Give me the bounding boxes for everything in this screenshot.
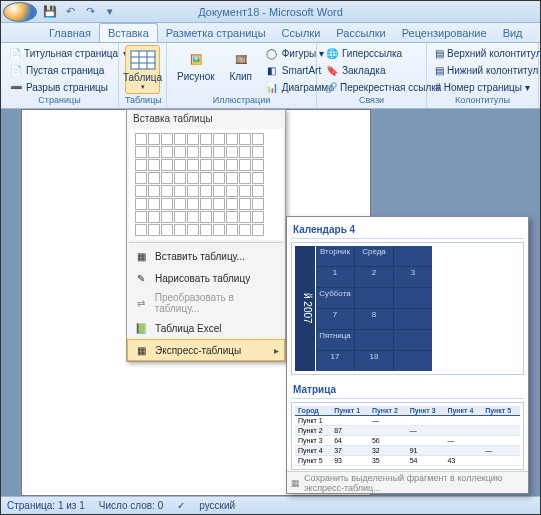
grid-cell[interactable] (148, 185, 160, 197)
grid-cell[interactable] (174, 185, 186, 197)
table-size-grid[interactable] (129, 129, 283, 240)
tab-page-layout[interactable]: Разметка страницы (158, 24, 274, 42)
grid-cell[interactable] (161, 172, 173, 184)
grid-cell[interactable] (239, 211, 251, 223)
grid-cell[interactable] (187, 172, 199, 184)
grid-cell[interactable] (239, 146, 251, 158)
grid-cell[interactable] (252, 198, 264, 210)
tab-references[interactable]: Ссылки (274, 24, 329, 42)
grid-cell[interactable] (252, 185, 264, 197)
header-button[interactable]: ▤Верхний колонтитул▾ (433, 45, 532, 61)
grid-cell[interactable] (200, 224, 212, 236)
grid-cell[interactable] (252, 224, 264, 236)
grid-cell[interactable] (161, 146, 173, 158)
grid-cell[interactable] (226, 159, 238, 171)
draw-table-item[interactable]: ✎Нарисовать таблицу (127, 267, 285, 289)
save-icon[interactable]: 💾 (41, 3, 59, 21)
spellcheck-icon[interactable]: ✓ (177, 500, 185, 511)
status-lang[interactable]: русский (199, 500, 235, 511)
grid-cell[interactable] (161, 224, 173, 236)
grid-cell[interactable] (239, 172, 251, 184)
matrix-preview[interactable]: ГородПункт 1Пункт 2Пункт 3Пункт 4Пункт 5… (291, 402, 524, 470)
grid-cell[interactable] (148, 133, 160, 145)
grid-cell[interactable] (226, 224, 238, 236)
grid-cell[interactable] (148, 224, 160, 236)
grid-cell[interactable] (174, 224, 186, 236)
grid-cell[interactable] (213, 146, 225, 158)
grid-cell[interactable] (187, 211, 199, 223)
grid-cell[interactable] (148, 211, 160, 223)
cover-page-button[interactable]: 📄Титульная страница▾ (7, 45, 112, 61)
bookmark-button[interactable]: 🔖Закладка (323, 62, 420, 78)
grid-cell[interactable] (148, 198, 160, 210)
excel-table-item[interactable]: 📗Таблица Excel (127, 317, 285, 339)
footer-button[interactable]: ▤Нижний колонтитул▾ (433, 62, 532, 78)
tab-review[interactable]: Рецензирование (394, 24, 495, 42)
grid-cell[interactable] (187, 224, 199, 236)
hyperlink-button[interactable]: 🌐Гиперссылка (323, 45, 420, 61)
qat-dropdown-icon[interactable]: ▾ (101, 3, 119, 21)
grid-cell[interactable] (161, 211, 173, 223)
grid-cell[interactable] (226, 172, 238, 184)
undo-icon[interactable]: ↶ (61, 3, 79, 21)
crossref-button[interactable]: 🔗Перекрестная ссылка (323, 79, 420, 95)
quick-tables-item[interactable]: ▦Экспресс-таблицы▸ (127, 339, 285, 361)
grid-cell[interactable] (174, 198, 186, 210)
grid-cell[interactable] (135, 146, 147, 158)
grid-cell[interactable] (239, 224, 251, 236)
grid-cell[interactable] (239, 185, 251, 197)
grid-cell[interactable] (135, 172, 147, 184)
grid-cell[interactable] (174, 146, 186, 158)
grid-cell[interactable] (252, 159, 264, 171)
grid-cell[interactable] (148, 159, 160, 171)
status-page[interactable]: Страница: 1 из 1 (7, 500, 85, 511)
grid-cell[interactable] (213, 185, 225, 197)
grid-cell[interactable] (252, 133, 264, 145)
grid-cell[interactable] (161, 185, 173, 197)
grid-cell[interactable] (213, 172, 225, 184)
grid-cell[interactable] (252, 172, 264, 184)
grid-cell[interactable] (200, 172, 212, 184)
grid-cell[interactable] (174, 211, 186, 223)
calendar-preview[interactable]: й 2007 ВторникСреда123Суббота78Пятница17… (291, 242, 524, 375)
grid-cell[interactable] (200, 159, 212, 171)
insert-table-item[interactable]: ▦Вставить таблицу... (127, 245, 285, 267)
office-button[interactable] (3, 2, 37, 22)
grid-cell[interactable] (174, 159, 186, 171)
grid-cell[interactable] (213, 198, 225, 210)
grid-cell[interactable] (213, 133, 225, 145)
grid-cell[interactable] (135, 133, 147, 145)
tab-view[interactable]: Вид (495, 24, 531, 42)
grid-cell[interactable] (226, 146, 238, 158)
flyout-footer[interactable]: ▦ Сохранить выделенный фрагмент в коллек… (287, 471, 528, 493)
grid-cell[interactable] (187, 133, 199, 145)
grid-cell[interactable] (252, 146, 264, 158)
grid-cell[interactable] (239, 198, 251, 210)
grid-cell[interactable] (200, 198, 212, 210)
grid-cell[interactable] (252, 211, 264, 223)
tab-home[interactable]: Главная (41, 24, 99, 42)
grid-cell[interactable] (161, 133, 173, 145)
tab-insert[interactable]: Вставка (99, 23, 158, 42)
page-number-button[interactable]: #Номер страницы▾ (433, 79, 532, 95)
grid-cell[interactable] (226, 198, 238, 210)
page-break-button[interactable]: ➖Разрыв страницы (7, 79, 112, 95)
table-button[interactable]: Таблица ▾ (125, 45, 160, 94)
picture-button[interactable]: 🖼️Рисунок (173, 45, 219, 95)
grid-cell[interactable] (148, 172, 160, 184)
grid-cell[interactable] (187, 198, 199, 210)
grid-cell[interactable] (161, 198, 173, 210)
grid-cell[interactable] (187, 159, 199, 171)
grid-cell[interactable] (226, 211, 238, 223)
grid-cell[interactable] (200, 133, 212, 145)
grid-cell[interactable] (200, 211, 212, 223)
grid-cell[interactable] (135, 198, 147, 210)
grid-cell[interactable] (200, 185, 212, 197)
redo-icon[interactable]: ↷ (81, 3, 99, 21)
flyout-scroll[interactable]: Календарь 4 й 2007 ВторникСреда123Суббот… (287, 217, 528, 471)
grid-cell[interactable] (187, 185, 199, 197)
grid-cell[interactable] (226, 185, 238, 197)
grid-cell[interactable] (239, 159, 251, 171)
grid-cell[interactable] (213, 159, 225, 171)
grid-cell[interactable] (200, 146, 212, 158)
